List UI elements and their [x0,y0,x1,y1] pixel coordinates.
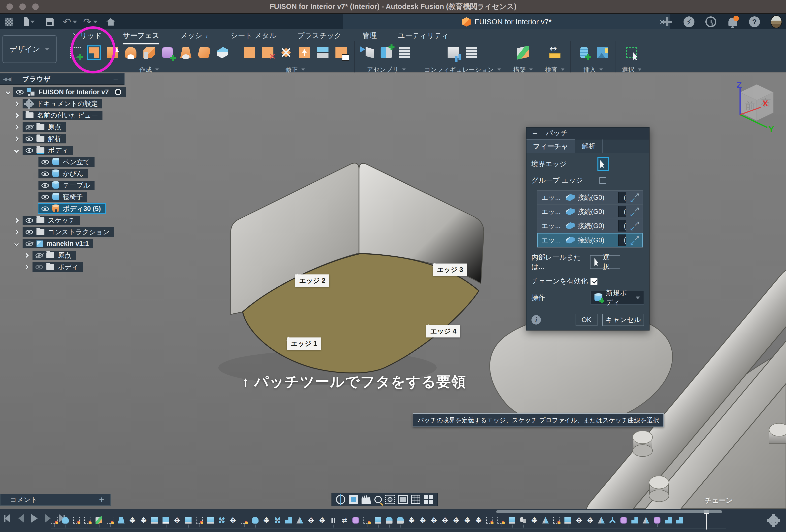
sketch-icon[interactable] [73,517,80,524]
eye-icon[interactable] [42,160,49,164]
eye-icon[interactable] [42,206,49,211]
move-icon[interactable] [319,517,325,524]
step-back-button[interactable] [17,514,25,523]
combine-icon[interactable] [285,517,292,524]
close-window-button[interactable] [6,3,13,10]
eye-off-icon[interactable] [26,125,33,130]
tree-row-sketches[interactable]: スケッチ [0,216,149,225]
extrude-icon[interactable] [564,517,571,524]
tree-row-vase[interactable]: かびん [0,169,149,179]
flip-direction-icon[interactable] [629,235,640,246]
move-icon[interactable] [531,517,538,524]
move-icon[interactable] [442,517,448,524]
chevron-right-icon[interactable] [14,137,19,141]
pattern-icon[interactable] [274,517,281,524]
tree-row-origin[interactable]: 原点 [0,122,149,132]
sketch-icon[interactable] [84,517,91,524]
chevron-right-icon[interactable] [24,265,28,269]
edge-row[interactable]: エッ... 接続(G0) ( [537,219,643,233]
viewports-icon[interactable] [424,495,433,504]
mirror-icon[interactable] [297,517,303,524]
sketch-icon[interactable] [196,517,203,524]
edge-row[interactable]: エッ... 接続(G0) ( [537,205,643,219]
fillet-icon[interactable] [386,517,393,524]
tree-row-manekin-origin[interactable]: 原点 [0,251,149,260]
edge-row[interactable]: エッ... 接続(G0) ( [537,190,643,205]
tab-utilities[interactable]: ユーティリティ [398,31,449,43]
window-zoom-icon[interactable] [385,495,395,504]
sketch-icon[interactable] [364,517,370,524]
cancel-button[interactable]: キャンセル [602,314,644,326]
mirror-icon[interactable] [542,517,549,524]
edge-row-selected[interactable]: エッ... 接続(G0) ( [537,233,643,247]
move-icon[interactable] [431,517,437,524]
weight-field[interactable]: ( [618,206,626,217]
copy-icon[interactable] [520,517,527,524]
tree-row-bodies[interactable]: ボディ [0,146,149,155]
sketch-icon[interactable] [498,517,504,524]
trim-icon[interactable] [242,45,257,60]
chaise-foot-3[interactable] [769,423,786,444]
revolve-icon[interactable] [252,517,258,524]
reverse-normal-icon[interactable] [334,45,348,60]
patch-icon[interactable] [87,45,101,60]
undo-caret-icon[interactable] [73,21,77,23]
minimize-window-button[interactable] [19,3,26,10]
plane-icon[interactable] [95,516,102,524]
continuity-dropdown[interactable]: 接続(G0) [578,236,615,245]
eye-dim-icon[interactable] [36,265,43,270]
info-icon[interactable]: i [531,315,541,325]
dialog-tab-feature[interactable]: フィーチャ [527,139,575,153]
tab-solid[interactable]: ソリッド [72,31,102,43]
flip-direction-icon[interactable] [629,221,640,231]
chaise-foot[interactable] [633,431,652,457]
extrude-icon[interactable] [509,517,515,524]
loft-icon[interactable] [179,45,193,60]
flip-direction-icon[interactable] [629,206,640,217]
fillet-icon[interactable] [397,517,404,524]
ok-button[interactable]: OK [576,314,597,326]
form-icon[interactable] [352,517,359,524]
form-icon[interactable] [654,517,661,524]
tree-row-manekin[interactable]: manekin v1:1 [0,239,149,248]
move-icon[interactable] [263,517,270,524]
save-button[interactable] [44,17,55,27]
move-icon[interactable] [419,517,426,524]
chevron-right-icon[interactable] [14,101,19,106]
combine-icon[interactable] [676,517,683,524]
move-icon[interactable] [408,517,415,524]
go-to-start-button[interactable] [3,514,12,523]
group-edges-checkbox[interactable] [599,177,606,184]
continuity-dropdown[interactable]: 接続(G0) [578,207,615,216]
offset-icon[interactable] [197,45,211,60]
chevron-right-icon[interactable] [14,218,19,223]
construct-plane-icon[interactable] [516,45,530,60]
extrude-icon[interactable] [185,517,191,524]
move-icon[interactable] [453,517,460,524]
zoom-icon[interactable] [374,496,382,503]
sweep-icon[interactable] [142,45,156,60]
press-icon[interactable] [162,517,169,524]
avatar[interactable] [771,16,782,27]
break-icon[interactable] [279,45,293,60]
tree-row-root[interactable]: FUISON for Interior v7 [0,87,149,97]
continuity-dropdown[interactable]: 接続(G0) [578,193,615,202]
look-at-icon[interactable] [349,495,358,504]
extrude-icon[interactable] [105,45,120,60]
tree-row-document-settings[interactable]: ドキュメントの設定 [0,99,149,109]
thicken-icon[interactable] [215,45,230,60]
tree-row-pen-stand[interactable]: ペン立て [0,157,149,167]
insert-fastener-icon[interactable] [577,45,591,60]
browser-minimize-icon[interactable]: − [113,74,118,84]
redo-caret-icon[interactable] [93,21,97,23]
move-icon[interactable] [576,517,582,524]
extrude-icon[interactable] [207,517,214,524]
stitch-icon[interactable] [316,45,330,60]
move-icon[interactable] [174,517,180,524]
patch-dialog[interactable]: − パッチ フィーチャ 解析 境界エッジ グループ エッジ エッ... [526,127,650,330]
revolve-icon[interactable] [62,517,69,524]
operation-dropdown[interactable]: 新規ボディ [591,291,644,305]
weight-field[interactable]: ( [618,234,626,246]
joint-table-icon[interactable] [397,45,412,60]
chevron-right-icon[interactable] [14,113,19,118]
